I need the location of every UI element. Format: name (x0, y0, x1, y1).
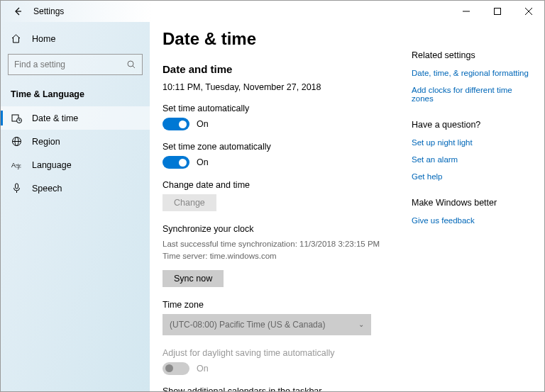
link-night-light[interactable]: Set up night light (412, 138, 529, 147)
link-add-clocks[interactable]: Add clocks for different time zones (412, 86, 529, 103)
timezone-label: Time zone (163, 300, 412, 310)
language-icon: A字 (11, 159, 22, 170)
timezone-value: (UTC-08:00) Pacific Time (US & Canada) (170, 320, 325, 330)
nav-label: Region (32, 137, 60, 147)
better-heading: Make Windows better (412, 198, 529, 208)
nav-label: Language (32, 160, 72, 170)
home-label: Home (32, 34, 55, 44)
category-title: Time & Language (1, 84, 150, 106)
sync-now-button[interactable]: Sync now (163, 270, 224, 287)
toggle-state: On (197, 157, 209, 167)
minimize-button[interactable] (451, 1, 482, 22)
svg-point-5 (128, 61, 133, 67)
addl-cal-label: Show additional calendars in the taskbar (163, 386, 412, 392)
set-time-auto-label: Set time automatically (163, 103, 412, 113)
home-nav[interactable]: Home (1, 28, 150, 50)
nav-label: Speech (32, 184, 62, 194)
nav-region[interactable]: Region (1, 130, 150, 153)
nav-label: Date & time (32, 113, 78, 123)
toggle-state: On (197, 364, 209, 374)
link-feedback[interactable]: Give us feedback (412, 216, 529, 225)
question-heading: Have a question? (412, 120, 529, 130)
sync-heading: Synchronize your clock (163, 224, 412, 234)
nav-language[interactable]: A字 Language (1, 153, 150, 177)
back-button[interactable] (9, 3, 26, 20)
globe-icon (11, 136, 22, 147)
side-panel: Related settings Date, time, & regional … (412, 29, 529, 391)
search-input[interactable] (14, 60, 126, 69)
set-tz-auto-toggle[interactable] (163, 156, 189, 169)
related-heading: Related settings (412, 50, 529, 60)
search-icon (126, 60, 136, 69)
maximize-button[interactable] (482, 1, 513, 22)
mic-icon (11, 183, 22, 194)
titlebar: Settings (1, 1, 544, 22)
close-button[interactable] (513, 1, 544, 22)
sync-info: Last successful time synchronization: 11… (163, 238, 412, 263)
timezone-dropdown: (UTC-08:00) Pacific Time (US & Canada) ⌄ (163, 314, 371, 335)
dst-label: Adjust for daylight saving time automati… (163, 348, 412, 358)
svg-rect-16 (15, 184, 18, 189)
content: Date & time Date and time 10:11 PM, Tues… (163, 29, 412, 391)
chevron-down-icon: ⌄ (358, 320, 364, 328)
link-get-help[interactable]: Get help (412, 172, 529, 181)
dst-toggle (163, 362, 189, 375)
svg-rect-2 (495, 9, 501, 15)
svg-line-6 (133, 66, 135, 68)
set-time-auto-toggle[interactable] (163, 118, 189, 130)
window-title: Settings (33, 6, 64, 16)
sidebar: Home Time & Language Date & time Region … (1, 22, 150, 391)
svg-text:字: 字 (16, 164, 21, 170)
section-date-time: Date and time (163, 63, 412, 75)
link-regional-formatting[interactable]: Date, time, & regional formatting (412, 69, 529, 77)
search-box[interactable] (8, 54, 143, 75)
toggle-state: On (197, 119, 209, 129)
current-datetime: 10:11 PM, Tuesday, November 27, 2018 (163, 82, 412, 92)
change-date-time-label: Change date and time (163, 180, 412, 190)
home-icon (11, 33, 22, 44)
date-time-icon (11, 113, 22, 123)
link-set-alarm[interactable]: Set an alarm (412, 155, 529, 164)
change-button: Change (163, 194, 216, 211)
page-title: Date & time (163, 29, 412, 49)
nav-date-time[interactable]: Date & time (1, 106, 150, 130)
nav-speech[interactable]: Speech (1, 177, 150, 200)
sync-server: Time server: time.windows.com (163, 250, 412, 262)
set-tz-auto-label: Set time zone automatically (163, 142, 412, 152)
sync-last: Last successful time synchronization: 11… (163, 238, 412, 250)
